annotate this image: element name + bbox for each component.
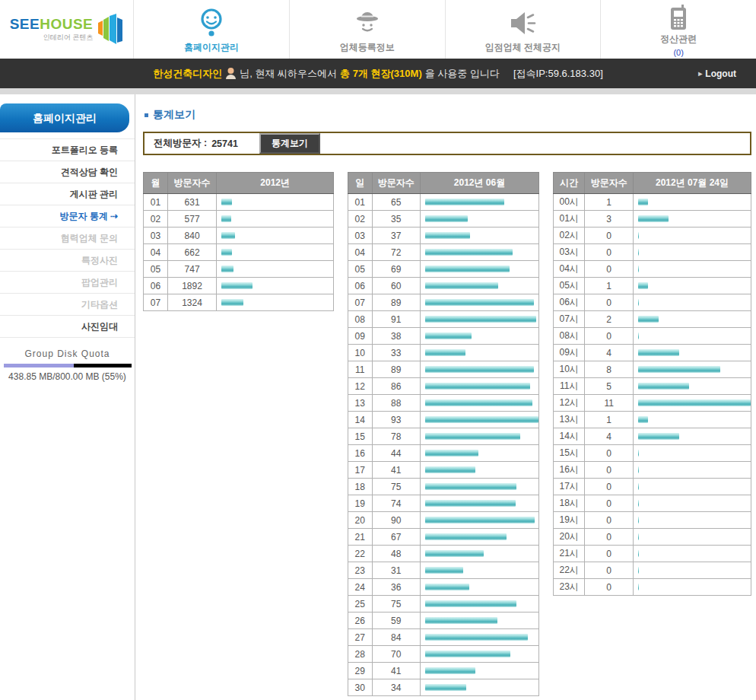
table-row: 13시1 [554,412,751,428]
bar-cell [421,546,539,562]
logo-wordmark: SEEHOUSE [10,17,94,32]
column-header: 2012년 06월 [421,173,539,194]
bar-cell [421,261,539,278]
settlement-count-badge: (0) [673,48,683,57]
monthly-stats-table: 월방문자수2012년016310257703840046620574706189… [143,172,334,311]
nav-item-notice-all[interactable]: 입점업체 전체공지 [445,0,601,59]
period-cell: 06 [144,278,168,294]
visitors-count-cell: 0 [585,445,634,462]
logo[interactable]: SEEHOUSE 인테리어 콘텐츠 [0,0,133,59]
visitor-bar [425,215,468,222]
title-bullet-icon [145,113,148,117]
visitor-bar [425,567,463,574]
period-cell: 22 [348,546,372,562]
status-highlight: 총 7개 현장(310M) [340,67,422,81]
column-header: 일 [348,173,372,194]
visitors-count-cell: 0 [585,479,634,495]
table-row: 0789 [348,294,539,311]
quota-title: Group Disk Quota [0,348,135,359]
visitors-count-cell: 34 [372,679,421,696]
table-row: 2941 [348,663,539,679]
sidebar-item[interactable]: 방문자 통계⇢ [0,205,135,228]
logout-arrow-icon: ▸ [698,69,702,78]
bar-cell [633,562,751,579]
bar-cell [633,546,751,562]
visitor-bar [638,433,679,440]
period-cell: 10시 [554,361,585,378]
visitors-count-cell: 70 [372,646,421,663]
sidebar-item[interactable]: 기타옵션 [0,294,135,316]
visitors-count-cell: 840 [167,228,217,244]
visitors-count-cell: 69 [372,261,421,278]
nav-item-homepage-manage[interactable]: 홈페이지관리 [133,0,289,59]
bar-cell [633,228,751,244]
period-cell: 01 [348,194,372,211]
bar-cell [421,512,539,529]
table-row: 04시0 [554,261,751,278]
logout-button[interactable]: ▸ Logout [698,59,736,88]
table-row: 16시0 [554,462,751,479]
visitors-count-cell: 65 [372,194,421,211]
table-row: 22시0 [554,562,751,579]
sidebar-item[interactable]: 협력업체 문의 [0,228,135,250]
visitors-count-cell: 41 [372,663,421,679]
user-avatar-icon [225,67,237,80]
sidebar-item[interactable]: 견적상담 확인 [0,161,135,183]
visitor-bar [221,215,231,222]
period-cell: 24 [348,579,372,596]
sidebar-item[interactable]: 게시판 관리 [0,183,135,205]
period-cell: 05 [348,261,372,278]
table-row: 2784 [348,629,539,646]
table-row: 2167 [348,529,539,546]
visitors-count-cell: 41 [372,462,421,479]
visitors-count-cell: 93 [372,412,421,428]
visitor-bar [425,584,469,590]
visitor-bar [221,232,235,239]
period-cell: 18시 [554,495,585,512]
column-header: 방문자수 [167,173,217,194]
main-content: 통계보기 전체방문자 : 25741 통계보기 월방문자수2012년016310… [135,94,756,700]
table-row: 11시5 [554,378,751,395]
visitors-count-cell: 37 [372,228,421,244]
period-cell: 08시 [554,328,585,345]
table-row: 3034 [348,679,539,696]
visitor-bar [638,249,639,256]
visitors-count-cell: 59 [372,612,421,629]
table-row: 05747 [144,261,334,278]
period-cell: 02 [144,211,168,228]
period-cell: 22시 [554,562,585,579]
nav-item-company-info[interactable]: 업체등록정보 [289,0,445,59]
bar-cell [633,412,751,428]
nav-label: 정산관련 [660,33,697,46]
bar-cell [421,194,539,211]
bar-cell [421,211,539,228]
sidebar-item[interactable]: 특정사진 [0,250,135,272]
visitor-bar [638,366,720,373]
visitor-bar [425,466,475,473]
period-cell: 28 [348,646,372,663]
visitors-count-cell: 72 [372,244,421,261]
visitors-count-cell: 0 [585,228,634,244]
period-cell: 21시 [554,546,585,562]
visitor-bar [638,215,669,222]
bar-cell [633,211,751,228]
visitors-count-cell: 48 [372,546,421,562]
visitors-count-cell: 631 [167,194,217,211]
bar-cell [421,646,539,663]
visitors-count-cell: 1 [585,412,634,428]
visitors-count-cell: 78 [372,428,421,445]
nav-item-settlement[interactable]: 정산관련 (0) [600,0,756,59]
sidebar-item[interactable]: 포트폴리오 등록 [0,139,135,161]
sidebar-item[interactable]: 사진임대 [0,316,135,338]
visitor-bar [221,299,243,306]
table-row: 23시0 [554,579,751,596]
sidebar-item[interactable]: 팝업관리 [0,272,135,294]
table-row: 1875 [348,479,539,495]
table-row: 2436 [348,579,539,596]
visitor-bar [638,466,639,473]
period-cell: 20 [348,512,372,529]
period-cell: 15 [348,428,372,445]
view-stats-button[interactable]: 통계보기 [259,133,320,154]
period-cell: 21 [348,529,372,546]
visitors-count-cell: 88 [372,395,421,412]
